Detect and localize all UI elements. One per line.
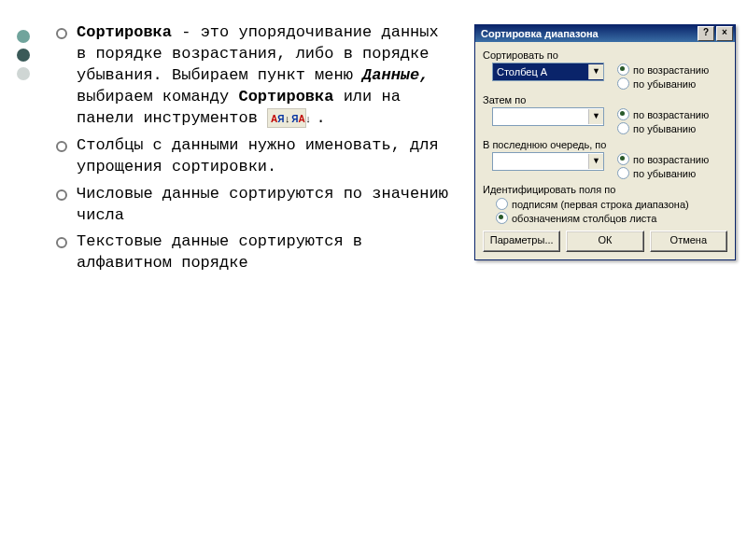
dot-icon <box>17 49 30 62</box>
menu-name: Данные, <box>362 66 429 84</box>
lastby-combo[interactable]: ▼ <box>492 152 604 171</box>
identify-group: Идентифицировать поля по подписям (перва… <box>483 184 727 225</box>
close-button[interactable]: × <box>716 26 733 41</box>
group-label-identify: Идентифицировать поля по <box>483 184 727 195</box>
dialog-body: Сортировать по Столбец A ▼ по возрастани… <box>475 42 735 259</box>
radio-descending[interactable]: по убыванию <box>617 121 709 135</box>
sortby-combo[interactable]: Столбец A ▼ <box>492 63 604 81</box>
chevron-down-icon[interactable]: ▼ <box>588 154 603 169</box>
dialog-buttons: Параметры... ОК Отмена <box>483 231 727 252</box>
sort-desc-icon: ЯА↓ <box>291 110 303 126</box>
group-label-sortby: Сортировать по <box>483 49 727 61</box>
term-sort: Сортировка <box>77 23 172 41</box>
group-label-thenby: Затем по <box>483 94 727 105</box>
bullet-list: Сортировка - это упорядочивание данных в… <box>56 22 448 280</box>
radio-descending[interactable]: по убыванию <box>617 166 709 180</box>
sort-asc-icon: АЯ↓ <box>271 110 282 126</box>
sort-dialog: Сортировка диапазона ? × Сортировать по … <box>474 24 736 260</box>
dot-icon <box>17 67 30 80</box>
list-item: Текстовые данные сортируются в алфавитно… <box>56 231 448 274</box>
dialog-titlebar[interactable]: Сортировка диапазона ? × <box>475 25 735 42</box>
dialog-title: Сортировка диапазона <box>481 28 696 39</box>
sortby-order: по возрастанию по убыванию <box>617 63 709 91</box>
thenby-order: по возрастанию по убыванию <box>617 107 709 135</box>
help-button[interactable]: ? <box>698 26 714 41</box>
radio-ident-columns[interactable]: обозначениям столбцов листа <box>496 211 727 225</box>
cancel-button[interactable]: Отмена <box>650 231 727 252</box>
list-item: Числовые данные сортируются по значению … <box>56 184 448 227</box>
command-name: Сортировка <box>238 88 333 105</box>
slide: Сортировка - это упорядочивание данных в… <box>0 0 747 560</box>
radio-ascending[interactable]: по возрастанию <box>617 63 709 77</box>
radio-descending[interactable]: по убыванию <box>617 77 709 91</box>
ok-button[interactable]: ОК <box>566 231 643 252</box>
chevron-down-icon[interactable]: ▼ <box>588 64 603 79</box>
dot-icon <box>17 30 30 43</box>
list-item: Столбцы с данными нужно именовать, для у… <box>56 135 448 178</box>
group-label-lastby: В последнюю очередь, по <box>483 139 727 150</box>
decorative-dots <box>17 30 30 86</box>
sort-toolbar-icon: АЯ↓ ЯА↓ <box>267 108 306 128</box>
radio-ascending[interactable]: по возрастанию <box>617 107 709 121</box>
params-button[interactable]: Параметры... <box>483 231 560 252</box>
list-item: Сортировка - это упорядочивание данных в… <box>56 22 448 130</box>
thenby-combo[interactable]: ▼ <box>492 107 604 126</box>
chevron-down-icon[interactable]: ▼ <box>588 109 603 124</box>
radio-ascending[interactable]: по возрастанию <box>617 152 709 166</box>
radio-ident-labels[interactable]: подписям (первая строка диапазона) <box>496 197 727 211</box>
lastby-order: по возрастанию по убыванию <box>617 152 709 180</box>
